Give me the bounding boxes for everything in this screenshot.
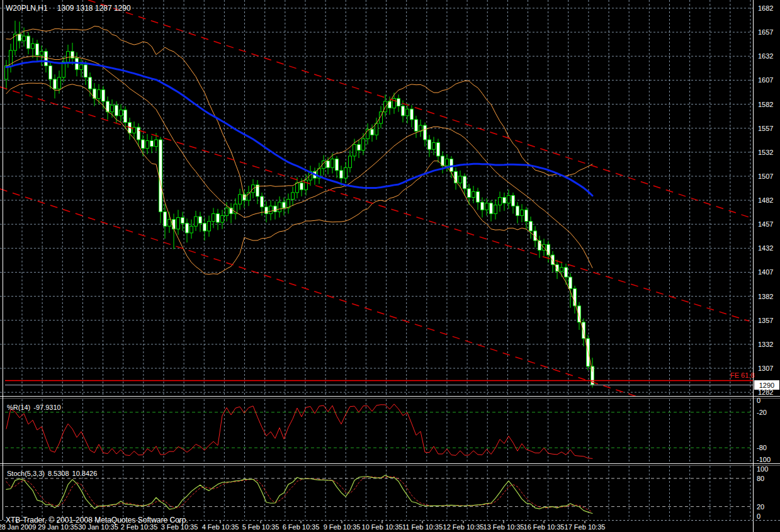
svg-text:1482: 1482 bbox=[758, 196, 773, 204]
svg-text:-100: -100 bbox=[757, 456, 771, 463]
svg-text:1407: 1407 bbox=[758, 268, 773, 276]
svg-text:0: 0 bbox=[757, 397, 760, 404]
svg-text:17 Feb 10:35: 17 Feb 10:35 bbox=[565, 523, 606, 531]
stoch-k-value: 8.5308 bbox=[48, 470, 69, 477]
terminal-copyright: XTB-Trader, © 2001-2008 MetaQuotes Softw… bbox=[6, 516, 188, 524]
svg-text:1607: 1607 bbox=[758, 76, 773, 84]
svg-text:16 Feb 10:35: 16 Feb 10:35 bbox=[524, 523, 565, 531]
stoch-d-value: 10.8426 bbox=[72, 470, 98, 477]
svg-text:80: 80 bbox=[757, 475, 764, 482]
svg-text:1382: 1382 bbox=[758, 293, 773, 300]
chart-background bbox=[0, 0, 780, 532]
svg-text:1532: 1532 bbox=[758, 149, 773, 156]
svg-text:1582: 1582 bbox=[758, 101, 773, 108]
fib-expansion-label: FE 61.8 bbox=[730, 371, 755, 379]
svg-text:1557: 1557 bbox=[758, 125, 773, 132]
svg-text:20: 20 bbox=[757, 503, 764, 511]
svg-text:13 Feb 10:35: 13 Feb 10:35 bbox=[483, 523, 524, 531]
svg-text:11 Feb 10:35: 11 Feb 10:35 bbox=[402, 523, 443, 531]
svg-text:0: 0 bbox=[757, 512, 760, 520]
svg-text:1507: 1507 bbox=[758, 173, 773, 180]
svg-text:1657: 1657 bbox=[758, 28, 773, 36]
svg-text:10 Feb 10:35: 10 Feb 10:35 bbox=[362, 523, 403, 531]
svg-text:100: 100 bbox=[757, 465, 768, 473]
svg-text:-80: -80 bbox=[757, 444, 767, 451]
svg-text:1632: 1632 bbox=[758, 52, 773, 60]
trading-chart-window: FE 61.8 16821657163216071582155715321507… bbox=[0, 0, 780, 532]
stoch-name: Stoch(5,3,3) bbox=[7, 470, 45, 477]
chart-title: W20PLN,H11309 1318 1287 1290 bbox=[6, 4, 131, 13]
svg-text:5 Feb 10:35: 5 Feb 10:35 bbox=[242, 523, 280, 531]
symbol-period-label: W20PLN,H1 bbox=[6, 4, 48, 13]
wpr-value: -97.9310 bbox=[33, 404, 60, 411]
svg-text:1432: 1432 bbox=[758, 244, 773, 252]
current-price-tag: 1290 bbox=[754, 380, 779, 390]
svg-text:1357: 1357 bbox=[758, 317, 773, 324]
ohlc-values: 1309 1318 1287 1290 bbox=[57, 4, 131, 13]
current-price-tag-value: 1290 bbox=[759, 382, 774, 389]
wpr-name: %R(14) bbox=[7, 404, 30, 411]
svg-text:12 Feb 10:35: 12 Feb 10:35 bbox=[443, 523, 484, 531]
svg-text:1682: 1682 bbox=[758, 4, 773, 12]
svg-text:6 Feb 10:35: 6 Feb 10:35 bbox=[283, 523, 320, 531]
stoch-panel-label: Stoch(5,3,3)8.530810.8426 bbox=[7, 470, 97, 477]
svg-text:1457: 1457 bbox=[758, 220, 773, 228]
svg-text:1307: 1307 bbox=[758, 365, 773, 372]
svg-text:4 Feb 10:35: 4 Feb 10:35 bbox=[202, 523, 239, 531]
svg-text:1332: 1332 bbox=[758, 341, 773, 348]
svg-text:-20: -20 bbox=[757, 409, 767, 416]
wpr-panel-label: %R(14)-97.9310 bbox=[7, 404, 61, 411]
svg-text:9 Feb 10:35: 9 Feb 10:35 bbox=[324, 523, 361, 531]
